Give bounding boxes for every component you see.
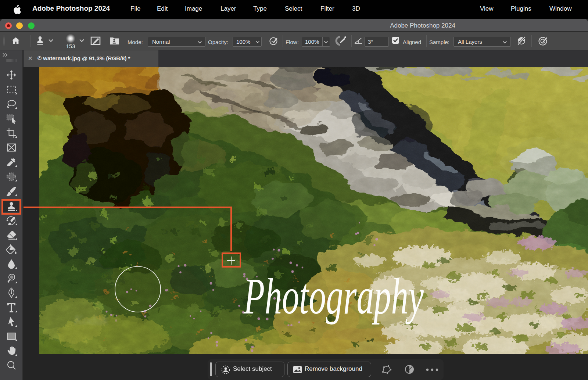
svg-text:Kodak: Kodak xyxy=(74,313,109,327)
svg-text:Photography: Photography xyxy=(243,268,424,325)
